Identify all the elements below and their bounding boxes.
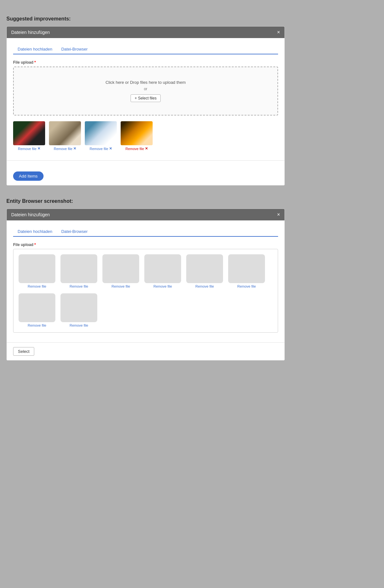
entity-thumb-item-8: Remove file	[60, 293, 97, 327]
modal-suggested-header: Dateien hinzufügen ×	[7, 27, 284, 38]
section-entity-label: Entity Browser screenshot:	[6, 198, 378, 204]
remove-x-4[interactable]: ✕	[145, 147, 148, 151]
entity-thumb-img-7	[19, 293, 55, 322]
entity-remove-file-6[interactable]: Remove file	[237, 284, 256, 288]
thumb-item-4: Remove file ✕	[121, 121, 153, 151]
entity-remove-file-4[interactable]: Remove file	[153, 284, 172, 288]
thumb-img-3	[85, 121, 117, 145]
entity-thumb-img-2	[60, 254, 97, 283]
entity-thumbnails: Remove file Remove file Remove file	[19, 254, 273, 327]
remove-file-2[interactable]: Remove file ✕	[54, 147, 76, 151]
thumb-item-1: Remove file ✕	[13, 121, 45, 151]
remove-file-3[interactable]: Remove file ✕	[90, 147, 112, 151]
entity-thumb-item-2: Remove file	[60, 254, 97, 288]
entity-thumb-item-4: Remove file	[144, 254, 181, 288]
entity-thumb-img-6	[228, 254, 265, 283]
modal-suggested-title: Dateien hinzufügen	[11, 30, 50, 35]
entity-required-star: *	[34, 242, 36, 247]
modal-entity-footer: Select	[7, 342, 284, 360]
select-files-button[interactable]: + Select files	[131, 94, 161, 102]
section-suggested-label: Suggested improvements:	[6, 16, 378, 22]
entity-thumb-img-8	[60, 293, 97, 322]
tab-dateien-hochladen[interactable]: Dateien hochladen	[13, 44, 57, 54]
required-star: *	[34, 60, 36, 65]
modal-entity-header: Dateien hinzufügen ×	[7, 209, 284, 220]
entity-thumb-img-4	[144, 254, 181, 283]
tab-entity-dateien-hochladen[interactable]: Dateien hochladen	[13, 227, 57, 237]
thumb-item-3: Remove file ✕	[85, 121, 117, 151]
entity-file-upload-box: Remove file Remove file Remove file	[13, 249, 278, 333]
modal-suggested-close[interactable]: ×	[277, 30, 280, 35]
entity-remove-file-2[interactable]: Remove file	[69, 284, 88, 288]
thumb-item-2: Remove file ✕	[49, 121, 81, 151]
modal-suggested: Dateien hinzufügen × Dateien hochladen D…	[6, 26, 285, 186]
remove-file-4[interactable]: Remove file ✕	[125, 147, 148, 151]
entity-thumb-item-1: Remove file	[19, 254, 55, 288]
modal-entity: Dateien hinzufügen × Dateien hochladen D…	[6, 209, 285, 361]
entity-remove-file-7[interactable]: Remove file	[28, 323, 46, 327]
remove-x-2[interactable]: ✕	[73, 147, 76, 151]
thumb-img-1	[13, 121, 45, 145]
entity-thumb-img-3	[102, 254, 139, 283]
modal-entity-tabs: Dateien hochladen Datei-Browser	[13, 227, 278, 237]
drop-zone-text: Click here or Drop files here to upload …	[20, 80, 271, 85]
modal-suggested-body: Dateien hochladen Datei-Browser File upl…	[7, 38, 284, 160]
tab-entity-datei-browser[interactable]: Datei-Browser	[57, 227, 92, 237]
entity-remove-file-1[interactable]: Remove file	[28, 284, 46, 288]
entity-thumb-item-7: Remove file	[19, 293, 55, 327]
modal-suggested-tabs: Dateien hochladen Datei-Browser	[13, 44, 278, 54]
tab-datei-browser[interactable]: Datei-Browser	[57, 44, 92, 54]
entity-remove-file-8[interactable]: Remove file	[69, 323, 88, 327]
entity-remove-file-5[interactable]: Remove file	[195, 284, 214, 288]
modal-entity-title: Dateien hinzufügen	[11, 212, 50, 217]
remove-x-3[interactable]: ✕	[109, 147, 112, 151]
modal-entity-close[interactable]: ×	[277, 212, 280, 217]
file-upload-label: File upload *	[13, 60, 278, 65]
thumb-img-4	[121, 121, 153, 145]
thumbnails-row-1: Remove file ✕ Remove file ✕ Remove file …	[13, 121, 278, 151]
remove-x-1[interactable]: ✕	[37, 147, 40, 151]
entity-file-upload-label: File upload *	[13, 242, 278, 247]
select-button[interactable]: Select	[13, 347, 34, 356]
add-items-button[interactable]: Add Items	[13, 171, 44, 181]
entity-thumb-img-1	[19, 254, 55, 283]
modal-entity-body: Dateien hochladen Datei-Browser File upl…	[7, 220, 284, 342]
entity-thumb-item-6: Remove file	[228, 254, 265, 288]
modal-suggested-footer: Add Items	[7, 160, 284, 185]
entity-remove-file-3[interactable]: Remove file	[111, 284, 130, 288]
entity-thumb-item-5: Remove file	[186, 254, 223, 288]
thumb-img-2	[49, 121, 81, 145]
drop-zone-or: or	[20, 87, 271, 91]
entity-thumb-img-5	[186, 254, 223, 283]
remove-file-1[interactable]: Remove file ✕	[18, 147, 40, 151]
drop-zone[interactable]: Click here or Drop files here to upload …	[13, 67, 278, 115]
entity-thumb-item-3: Remove file	[102, 254, 139, 288]
